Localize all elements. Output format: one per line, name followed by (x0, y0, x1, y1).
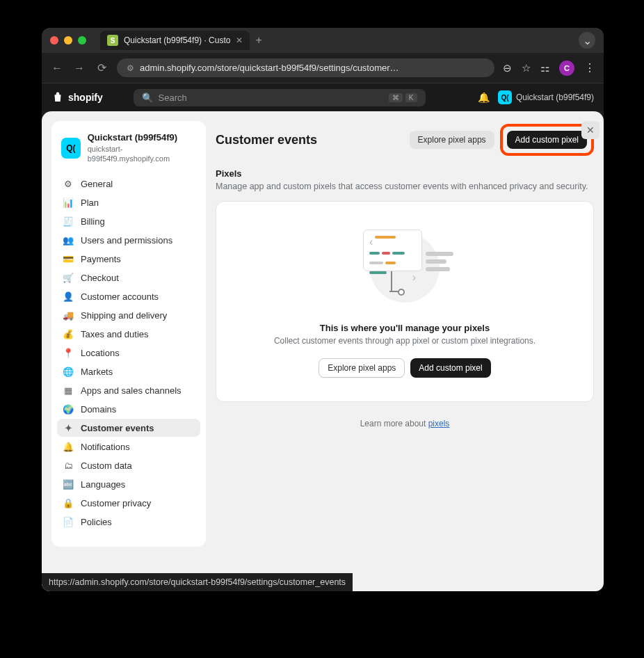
sidebar-item-markets[interactable]: 🌐Markets (57, 362, 200, 380)
bookmark-icon[interactable]: ☆ (522, 62, 531, 74)
sidebar-item-policies[interactable]: 📄Policies (57, 513, 200, 531)
store-label: Quickstart (b99f54f9) (516, 93, 594, 102)
add-custom-pixel-button[interactable]: Add custom pixel (507, 131, 587, 149)
search-input[interactable]: 🔍 Search ⌘ K (134, 89, 426, 106)
sidebar-item-label: Domains (81, 404, 116, 415)
sidebar-item-label: Markets (81, 367, 113, 377)
sidebar-item-plan[interactable]: 📊Plan (57, 193, 200, 211)
store-badge-icon: Q( (498, 90, 512, 104)
checkout-icon: 🛒 (63, 272, 74, 283)
extensions-icon[interactable]: ⚏ (540, 62, 549, 74)
notifications-icon[interactable]: 🔔 (478, 92, 490, 103)
locations-icon: 📍 (63, 347, 74, 358)
zoom-icon[interactable]: ⊖ (503, 62, 512, 74)
sidebar-item-billing[interactable]: 🧾Billing (57, 212, 200, 230)
sidebar-item-label: Shipping and delivery (81, 310, 167, 321)
new-tab-button[interactable]: + (255, 34, 261, 47)
reload-button[interactable]: ⟳ (95, 61, 108, 74)
store-icon: Q( (61, 138, 81, 159)
pixels-doc-link[interactable]: pixels (428, 419, 450, 428)
tab-title: Quickstart (b99f54f9) · Custo (124, 35, 230, 45)
menu-icon[interactable]: ⋮ (584, 61, 595, 74)
sidebar-item-label: Taxes and duties (81, 329, 149, 339)
explore-pixel-apps-button[interactable]: Explore pixel apps (410, 131, 494, 149)
sidebar-item-customer-privacy[interactable]: 🔒Customer privacy (57, 494, 200, 512)
search-shortcut: ⌘ K (389, 93, 417, 102)
notifications-icon: 🔔 (63, 441, 74, 452)
url-text: admin.shopify.com/store/quickstart-b99f5… (140, 63, 399, 73)
site-settings-icon[interactable]: ⚙ (127, 63, 134, 73)
sidebar-item-general[interactable]: ⚙General (57, 175, 200, 193)
main-panel: Customer events Explore pixel apps Add c… (216, 121, 594, 581)
sidebar-item-domains[interactable]: 🌍Domains (57, 400, 200, 418)
apps-and-sales-channels-icon: ▦ (63, 385, 74, 396)
empty-desc: Collect customer events through app pixe… (237, 336, 572, 346)
sidebar-item-label: Customer accounts (81, 291, 159, 302)
forward-button[interactable]: → (72, 62, 86, 74)
address-bar[interactable]: ⚙ admin.shopify.com/store/quickstart-b99… (117, 58, 494, 77)
back-button[interactable]: ← (50, 62, 64, 74)
markets-icon: 🌐 (63, 366, 74, 377)
sidebar-item-users-and-permissions[interactable]: 👥Users and permissions (57, 231, 200, 249)
page-header: Customer events Explore pixel apps Add c… (216, 124, 594, 156)
pixels-section-title: Pixels (216, 168, 594, 179)
tab-overflow-button[interactable]: ⌄ (579, 32, 595, 49)
users-and-permissions-icon: 👥 (63, 234, 74, 246)
pixels-section-desc: Manage app and custom pixels that access… (216, 182, 594, 191)
sidebar-item-label: Billing (81, 216, 105, 227)
empty-add-button[interactable]: Add custom pixel (410, 358, 490, 378)
sidebar-item-checkout[interactable]: 🛒Checkout (57, 268, 200, 287)
sidebar-item-taxes-and-duties[interactable]: 💰Taxes and duties (57, 325, 200, 343)
shipping-and-delivery-icon: 🚚 (63, 310, 74, 321)
empty-title: This is where you'll manage your pixels (237, 323, 572, 333)
sidebar-item-label: Policies (81, 517, 112, 527)
close-tab-icon[interactable]: ✕ (236, 35, 243, 45)
sidebar-item-label: Custom data (81, 460, 132, 471)
sidebar-item-label: Users and permissions (81, 235, 172, 246)
sidebar-item-shipping-and-delivery[interactable]: 🚚Shipping and delivery (57, 306, 200, 324)
shopify-bag-icon (51, 91, 64, 104)
sidebar-item-customer-events[interactable]: ✦Customer events (57, 419, 200, 437)
sidebar-item-label: Payments (81, 254, 121, 264)
close-window-button[interactable] (50, 36, 58, 45)
store-header[interactable]: Q( Quickstart (b99f54f9) quickstart-b99f… (51, 129, 206, 170)
sidebar-item-label: General (81, 179, 113, 189)
customer-privacy-icon: 🔒 (63, 497, 74, 508)
sidebar-item-label: Plan (81, 198, 99, 208)
browser-tab[interactable]: S Quickstart (b99f54f9) · Custo ✕ (100, 31, 250, 50)
search-icon: 🔍 (142, 93, 153, 103)
languages-icon: 🔤 (63, 479, 74, 490)
customer-accounts-icon: 👤 (63, 291, 74, 302)
shopify-favicon-icon: S (107, 35, 118, 46)
status-bar: https://admin.shopify.com/store/quicksta… (42, 573, 353, 591)
sidebar-item-payments[interactable]: 💳Payments (57, 250, 200, 268)
sidebar-item-locations[interactable]: 📍Locations (57, 344, 200, 362)
content-area: ✕ Q( Quickstart (b99f54f9) quickstart-b9… (42, 111, 604, 591)
sidebar-item-notifications[interactable]: 🔔Notifications (57, 438, 200, 456)
sidebar-item-label: Languages (81, 479, 125, 490)
sidebar-item-label: Apps and sales channels (81, 385, 182, 396)
general-icon: ⚙ (63, 178, 74, 189)
titlebar: S Quickstart (b99f54f9) · Custo ✕ + ⌄ (42, 28, 604, 53)
highlight-annotation: Add custom pixel (500, 124, 594, 156)
maximize-window-button[interactable] (78, 36, 86, 45)
shopify-logo[interactable]: shopify (51, 91, 103, 104)
pixels-illustration: ‹ › (356, 230, 453, 306)
browser-window: S Quickstart (b99f54f9) · Custo ✕ + ⌄ ← … (42, 28, 604, 591)
sidebar-item-languages[interactable]: 🔤Languages (57, 475, 200, 493)
traffic-lights (50, 36, 86, 45)
sidebar-item-custom-data[interactable]: 🗂Custom data (57, 456, 200, 474)
url-toolbar: ← → ⟳ ⚙ admin.shopify.com/store/quicksta… (42, 53, 604, 83)
customer-events-icon: ✦ (63, 422, 74, 433)
close-settings-button[interactable]: ✕ (581, 121, 599, 139)
sidebar-item-label: Checkout (81, 273, 119, 283)
profile-avatar[interactable]: C (559, 61, 574, 76)
sidebar-item-label: Customer events (81, 423, 154, 433)
sidebar-item-apps-and-sales-channels[interactable]: ▦Apps and sales channels (57, 381, 200, 399)
domains-icon: 🌍 (63, 403, 74, 415)
empty-explore-button[interactable]: Explore pixel apps (319, 358, 405, 378)
sidebar-item-customer-accounts[interactable]: 👤Customer accounts (57, 287, 200, 305)
store-switcher[interactable]: Q( Quickstart (b99f54f9) (498, 90, 594, 104)
minimize-window-button[interactable] (64, 36, 72, 45)
settings-sidebar: Q( Quickstart (b99f54f9) quickstart-b99f… (51, 121, 206, 547)
